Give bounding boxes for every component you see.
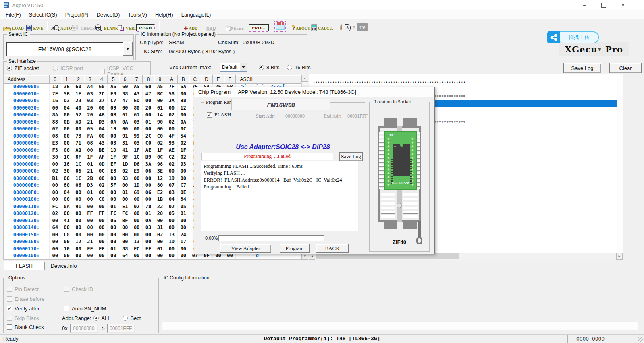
hex-byte[interactable]: 00 — [131, 196, 143, 204]
hex-byte[interactable]: E1 — [119, 204, 131, 211]
hex-byte[interactable]: 00 — [50, 196, 61, 204]
hex-byte[interactable]: 19 — [166, 176, 178, 183]
hex-byte[interactable]: 04 — [61, 190, 73, 197]
hex-byte[interactable]: 02 — [178, 154, 189, 161]
hex-byte[interactable]: 02 — [178, 140, 189, 147]
hex-byte[interactable]: 01 — [84, 190, 96, 197]
hex-byte[interactable]: 3E — [61, 84, 73, 91]
hex-byte[interactable]: FC — [108, 211, 119, 218]
hex-byte[interactable]: 00 — [96, 190, 108, 197]
hex-byte[interactable]: 00 — [108, 232, 119, 239]
hex-byte[interactable]: 91 — [73, 204, 85, 211]
hex-byte[interactable]: 00 — [73, 190, 85, 197]
hex-byte[interactable]: E8 — [108, 168, 119, 176]
hex-header-3[interactable]: 3 — [84, 75, 96, 84]
hex-byte[interactable]: 1D — [131, 182, 143, 190]
blank-button[interactable]: FF BLANK — [94, 21, 118, 31]
hex-byte[interactable]: 00 — [143, 253, 154, 260]
hex-byte[interactable]: E2 — [154, 190, 166, 197]
hex-byte[interactable]: 00 — [143, 98, 154, 105]
hex-byte[interactable]: 21 — [84, 168, 96, 176]
hex-byte[interactable]: BF — [119, 218, 131, 225]
hex-byte[interactable]: 00 — [166, 246, 178, 253]
hex-byte[interactable]: FF — [84, 211, 96, 218]
hex-byte[interactable]: 00 — [131, 211, 143, 218]
hex-header-e[interactable]: E — [213, 75, 224, 84]
hex-byte[interactable]: E9 — [131, 168, 143, 176]
all-radio[interactable] — [93, 316, 99, 321]
hex-byte[interactable]: 00 — [61, 126, 73, 133]
hex-byte[interactable]: 00 — [61, 140, 73, 147]
hex-byte[interactable]: 02 — [166, 161, 178, 169]
hex-byte[interactable]: 00 — [154, 253, 166, 260]
hex-byte[interactable]: 12 — [73, 239, 85, 246]
hex-header-b[interactable]: B — [178, 75, 189, 84]
hex-byte[interactable]: 1F — [154, 147, 166, 155]
hex-byte[interactable]: 1F — [108, 154, 119, 161]
hex-byte[interactable]: 90 — [154, 119, 166, 126]
flash-checkbox[interactable]: FLASH — [207, 112, 231, 118]
hex-byte[interactable]: 0A — [178, 119, 189, 126]
hex-byte[interactable]: 05 — [166, 211, 178, 218]
hex-byte[interactable]: 00 — [96, 232, 108, 239]
tab-flash[interactable]: FLASH — [4, 261, 44, 270]
hex-byte[interactable]: 30 — [61, 168, 73, 176]
hex-header-9[interactable]: 9 — [154, 75, 166, 84]
auto-button[interactable]: A AUTO — [51, 21, 72, 31]
hex-byte[interactable]: 71 — [73, 140, 85, 147]
hex-byte[interactable]: AE — [166, 147, 178, 155]
hex-byte[interactable]: 64 — [50, 225, 61, 232]
back-button[interactable]: BACK — [316, 244, 349, 253]
hex-byte[interactable]: 04 — [61, 105, 73, 112]
hex-byte[interactable]: 08 — [50, 133, 61, 141]
hex-byte[interactable]: FF — [96, 211, 108, 218]
hex-byte[interactable]: 3E — [154, 168, 166, 176]
save-button[interactable]: SAVE — [26, 21, 43, 31]
hex-byte[interactable]: 00 — [73, 225, 85, 232]
hex-byte[interactable]: 1D — [108, 147, 119, 155]
hex-byte[interactable]: 00 — [84, 196, 96, 204]
hex-byte[interactable]: 00 — [50, 105, 61, 112]
hex-byte[interactable]: 7F — [50, 91, 61, 98]
hex-header-f[interactable]: F — [224, 75, 236, 84]
verify-after-checkbox[interactable]: Verify after — [7, 306, 39, 312]
hex-byte[interactable]: 02 — [154, 140, 166, 147]
hex-byte[interactable]: 5A — [178, 84, 189, 91]
hex-byte[interactable]: 5F — [108, 182, 119, 190]
hex-byte[interactable]: 03 — [84, 91, 96, 98]
hex-byte[interactable]: 2C — [143, 133, 154, 141]
hex-byte[interactable]: FF — [84, 246, 96, 253]
hex-byte[interactable]: 4B — [96, 112, 108, 119]
read-button[interactable]: READ — [136, 21, 154, 31]
hex-byte[interactable]: 88 — [50, 119, 61, 126]
hex-byte[interactable]: 00 — [143, 239, 154, 246]
hex-byte[interactable]: 02 — [154, 232, 166, 239]
hex-byte[interactable]: D3 — [96, 119, 108, 126]
hex-byte[interactable]: 00 — [166, 225, 178, 232]
hex-byte[interactable]: 00 — [96, 176, 108, 183]
check-id-checkbox[interactable]: Check ID — [64, 286, 93, 292]
hex-byte[interactable]: 3A — [166, 98, 178, 105]
hex-byte[interactable]: 43 — [96, 140, 108, 147]
hex-byte[interactable]: 00 — [131, 176, 143, 183]
ic-select-dropdown-button[interactable] — [123, 42, 133, 56]
hex-header-2[interactable]: 2 — [73, 75, 85, 84]
hex-byte[interactable]: 0A — [119, 119, 131, 126]
hex-byte[interactable]: 03 — [143, 225, 154, 232]
hex-byte[interactable]: 00 — [154, 239, 166, 246]
hex-byte[interactable]: 8F — [73, 154, 85, 161]
hex-header-4[interactable]: 4 — [96, 75, 108, 84]
hex-byte[interactable]: 05 — [84, 126, 96, 133]
hex-byte[interactable]: C0 — [143, 140, 154, 147]
hex-byte[interactable]: 3A — [143, 161, 154, 169]
hex-byte[interactable]: 00 — [154, 218, 166, 225]
drag-upload-button[interactable]: 拖拽上传 — [547, 31, 599, 43]
hex-byte[interactable]: 17 — [178, 239, 189, 246]
hex-byte[interactable]: 01 — [154, 105, 166, 112]
hex-byte[interactable]: A5 — [154, 84, 166, 91]
hex-byte[interactable]: 00 — [119, 126, 131, 133]
hex-byte[interactable]: 00 — [96, 225, 108, 232]
hex-byte[interactable]: 00 — [119, 225, 131, 232]
menu-item-2[interactable]: Project(P) — [61, 12, 93, 18]
menu-item-3[interactable]: Device(D) — [92, 12, 124, 18]
